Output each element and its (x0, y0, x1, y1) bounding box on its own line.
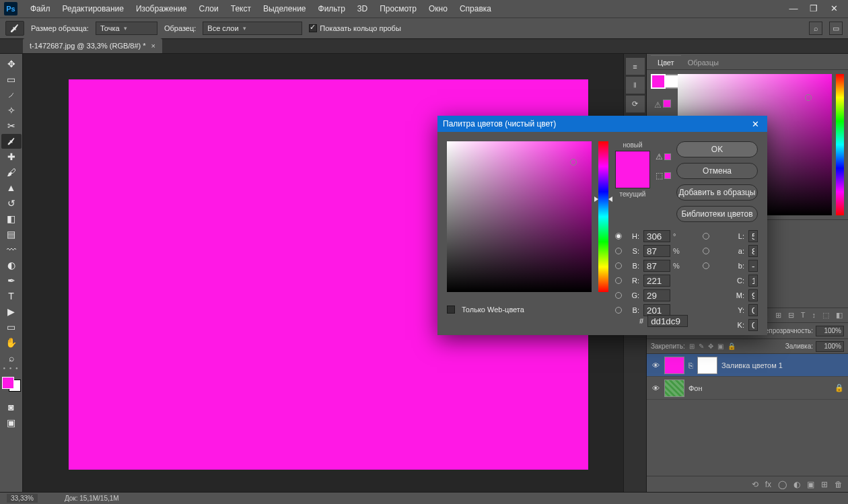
layer-name[interactable]: Фон (688, 384, 703, 392)
path-select-tool[interactable]: ▶ (1, 304, 22, 319)
dodge-tool[interactable]: ◐ (1, 258, 22, 273)
visibility-toggle-icon[interactable]: 👁 (651, 361, 660, 369)
workspace-layout-icon[interactable]: ▭ (829, 22, 843, 35)
new-layer-icon[interactable]: ⊞ (821, 480, 828, 489)
cancel-button[interactable]: Отмена (676, 163, 758, 179)
ok-button[interactable]: OK (676, 141, 758, 157)
delete-layer-icon[interactable]: 🗑 (835, 480, 843, 489)
show-sampling-ring-checkbox[interactable]: Показать кольцо пробы (309, 24, 401, 32)
lasso-tool[interactable]: ⟋ (1, 87, 22, 102)
align-icon[interactable]: ↕ (812, 311, 816, 320)
hex-input[interactable] (647, 315, 688, 327)
link-icon[interactable]: ⎘ (688, 361, 693, 369)
blab-input[interactable] (748, 260, 758, 272)
a-radio[interactable] (703, 248, 709, 254)
menu-3d[interactable]: 3D (351, 0, 374, 17)
close-tab-icon[interactable]: × (151, 42, 155, 50)
gradient-tool[interactable]: ▤ (1, 227, 22, 242)
foreground-color-swatch[interactable] (2, 377, 14, 389)
only-web-colors-checkbox[interactable]: Только Web-цвета (447, 305, 524, 314)
dialog-title-bar[interactable]: Палитра цветов (чистый цвет) ✕ (437, 116, 767, 132)
align-icon[interactable]: ⊟ (788, 311, 794, 320)
l-radio[interactable] (703, 233, 709, 240)
menu-type[interactable]: Текст (225, 0, 257, 17)
hue-slider[interactable] (836, 74, 844, 215)
history-brush-tool[interactable]: ↺ (1, 196, 22, 211)
brush-tool[interactable]: 🖌 (1, 165, 22, 180)
menu-image[interactable]: Изображение (130, 0, 193, 17)
blur-tool[interactable]: 〰 (1, 242, 22, 257)
menu-file[interactable]: Файл (24, 0, 57, 17)
g-input[interactable] (643, 289, 670, 301)
magic-wand-tool[interactable]: ✧ (1, 103, 22, 118)
zoom-tool[interactable]: ⌕ (1, 351, 22, 365)
s-input[interactable] (643, 245, 670, 257)
window-minimize-button[interactable]: — (783, 0, 804, 17)
dialog-close-button[interactable]: ✕ (748, 119, 762, 129)
history-panel-icon[interactable]: ⟳ (626, 96, 645, 113)
document-tab[interactable]: t-1472687.jpg @ 33,3% (RGB/8#) * × (23, 38, 162, 53)
gamut-warning-icon[interactable]: ⚠ (654, 100, 671, 110)
move-tool[interactable]: ✥ (1, 57, 22, 71)
properties-panel-icon[interactable]: ≡ (626, 58, 645, 75)
brushes-panel-icon[interactable]: ⫴ (626, 77, 645, 94)
visibility-toggle-icon[interactable]: 👁 (651, 384, 660, 392)
c-input[interactable] (748, 275, 758, 287)
crop-tool[interactable]: ✂ (1, 118, 22, 133)
layer-fx-icon[interactable]: fx (765, 480, 771, 489)
l-input[interactable] (748, 230, 758, 242)
clone-stamp-tool[interactable]: ▲ (1, 180, 22, 195)
b-radio[interactable] (615, 262, 622, 269)
cp-background-swatch[interactable] (664, 74, 679, 89)
layer-mask-thumb[interactable] (697, 357, 717, 374)
sample-size-dropdown[interactable]: Точка ▾ (96, 22, 157, 35)
menu-select[interactable]: Выделение (257, 0, 312, 17)
lock-brush-icon[interactable]: ✎ (699, 343, 704, 350)
align-icon[interactable]: ⊞ (775, 311, 781, 320)
add-swatch-button[interactable]: Добавить в образцы (676, 184, 758, 201)
menu-filter[interactable]: Фильтр (312, 0, 351, 17)
lock-all-icon[interactable]: 🔒 (728, 343, 736, 350)
opacity-input[interactable]: 100% (816, 326, 844, 336)
layer-color-thumb[interactable] (664, 357, 684, 374)
gamut-warning-icon[interactable]: ⚠ (656, 152, 671, 161)
h-input[interactable] (643, 230, 670, 242)
lock-position-icon[interactable]: ✥ (708, 343, 713, 350)
align-icon[interactable]: ⬚ (822, 311, 829, 320)
layer-row[interactable]: 👁 ⎘ Заливка цветом 1 (647, 354, 848, 377)
color-libraries-button[interactable]: Библиотеки цветов (676, 206, 758, 222)
adjustment-layer-icon[interactable]: ◐ (793, 480, 800, 489)
lock-artboard-icon[interactable]: ▣ (717, 343, 723, 350)
a-input[interactable] (748, 245, 758, 257)
y-input[interactable] (748, 304, 758, 316)
brgb-radio[interactable] (615, 307, 622, 314)
tab-color[interactable]: Цвет (651, 55, 681, 69)
rectangle-tool[interactable]: ▭ (1, 320, 22, 334)
layer-mask-icon[interactable]: ◯ (778, 480, 787, 489)
align-icon[interactable]: T (801, 311, 806, 320)
websafe-warning-icon[interactable]: ⬚ (656, 171, 671, 180)
layer-name[interactable]: Заливка цветом 1 (721, 361, 783, 369)
lock-icon[interactable]: 🔒 (835, 384, 844, 392)
group-layers-icon[interactable]: ▣ (807, 480, 814, 489)
s-radio[interactable] (615, 248, 622, 254)
menu-layer[interactable]: Слои (193, 0, 225, 17)
eraser-tool[interactable]: ◧ (1, 211, 22, 226)
dialog-color-field[interactable] (447, 141, 592, 292)
menu-help[interactable]: Справка (454, 0, 497, 17)
screen-mode-toggle[interactable]: ▣ (1, 415, 22, 430)
marquee-tool[interactable]: ▭ (1, 72, 22, 87)
type-tool[interactable]: T (1, 289, 22, 303)
window-restore-button[interactable]: ❐ (804, 0, 824, 17)
menu-window[interactable]: Окно (423, 0, 454, 17)
link-layers-icon[interactable]: ⟲ (752, 480, 758, 489)
healing-brush-tool[interactable]: ✚ (1, 149, 22, 164)
m-input[interactable] (748, 289, 758, 301)
zoom-level[interactable]: 33,33% (7, 494, 38, 503)
menu-edit[interactable]: Редактирование (57, 0, 130, 17)
layer-row[interactable]: 👁 Фон 🔒 (647, 377, 848, 400)
quick-mask-toggle[interactable]: ◙ (1, 400, 22, 415)
align-icon[interactable]: ◧ (836, 311, 843, 320)
current-tool-eyedropper-icon[interactable] (5, 21, 24, 36)
h-radio[interactable] (615, 233, 622, 240)
